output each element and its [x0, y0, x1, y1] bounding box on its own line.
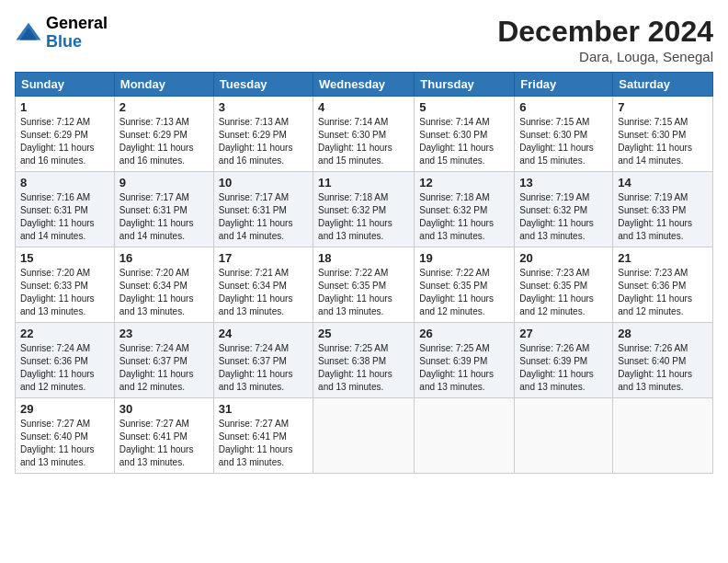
day-number: 6 — [519, 100, 608, 114]
day-number: 27 — [519, 327, 608, 340]
day-info: Sunrise: 7:18 AMSunset: 6:32 PMDaylight:… — [318, 191, 409, 243]
day-number: 12 — [419, 176, 509, 190]
day-number: 30 — [119, 402, 209, 416]
calendar-cell: 17Sunrise: 7:21 AMSunset: 6:34 PMDayligh… — [213, 247, 313, 323]
month-title: December 2024 — [497, 15, 713, 49]
day-info: Sunrise: 7:26 AMSunset: 6:40 PMDaylight:… — [618, 342, 708, 394]
day-info: Sunrise: 7:21 AMSunset: 6:34 PMDaylight:… — [219, 267, 308, 318]
calendar-cell: 2Sunrise: 7:13 AMSunset: 6:29 PMDaylight… — [114, 97, 213, 172]
day-header-tuesday: Tuesday — [213, 73, 313, 97]
title-block: December 2024 Dara, Louga, Senegal — [497, 15, 713, 64]
calendar-cell: 15Sunrise: 7:20 AMSunset: 6:33 PMDayligh… — [16, 247, 115, 323]
day-number: 5 — [419, 100, 509, 114]
day-info: Sunrise: 7:13 AMSunset: 6:29 PMDaylight:… — [119, 116, 209, 167]
day-header-friday: Friday — [515, 73, 613, 97]
day-info: Sunrise: 7:20 AMSunset: 6:33 PMDaylight:… — [20, 267, 109, 318]
calendar-cell: 23Sunrise: 7:24 AMSunset: 6:37 PMDayligh… — [114, 323, 213, 398]
day-info: Sunrise: 7:17 AMSunset: 6:31 PMDaylight:… — [119, 191, 209, 243]
day-number: 16 — [119, 251, 209, 265]
calendar-cell: 6Sunrise: 7:15 AMSunset: 6:30 PMDaylight… — [515, 97, 613, 172]
day-header-sunday: Sunday — [16, 73, 115, 97]
day-info: Sunrise: 7:22 AMSunset: 6:35 PMDaylight:… — [318, 267, 409, 318]
calendar-cell: 4Sunrise: 7:14 AMSunset: 6:30 PMDaylight… — [313, 97, 415, 172]
day-number: 24 — [219, 327, 308, 340]
day-number: 31 — [219, 402, 308, 416]
calendar-cell: 19Sunrise: 7:22 AMSunset: 6:35 PMDayligh… — [415, 247, 515, 323]
calendar-cell: 27Sunrise: 7:26 AMSunset: 6:39 PMDayligh… — [515, 323, 613, 398]
calendar-week-row: 22Sunrise: 7:24 AMSunset: 6:36 PMDayligh… — [16, 323, 713, 398]
day-info: Sunrise: 7:19 AMSunset: 6:32 PMDaylight:… — [519, 191, 608, 243]
day-info: Sunrise: 7:27 AMSunset: 6:40 PMDaylight:… — [20, 418, 109, 469]
calendar-cell: 1Sunrise: 7:12 AMSunset: 6:29 PMDaylight… — [16, 97, 115, 172]
calendar-cell: 29Sunrise: 7:27 AMSunset: 6:40 PMDayligh… — [16, 398, 115, 474]
day-number: 26 — [419, 327, 509, 340]
day-info: Sunrise: 7:14 AMSunset: 6:30 PMDaylight:… — [419, 116, 509, 167]
day-number: 15 — [20, 251, 109, 265]
calendar-cell: 30Sunrise: 7:27 AMSunset: 6:41 PMDayligh… — [114, 398, 213, 474]
day-number: 22 — [20, 327, 109, 340]
day-header-monday: Monday — [114, 73, 213, 97]
logo: General Blue — [15, 15, 108, 52]
logo-text: General Blue — [46, 15, 108, 52]
day-number: 20 — [519, 251, 608, 265]
day-header-thursday: Thursday — [415, 73, 515, 97]
day-number: 23 — [119, 327, 209, 340]
calendar-week-row: 1Sunrise: 7:12 AMSunset: 6:29 PMDaylight… — [16, 97, 713, 172]
day-info: Sunrise: 7:24 AMSunset: 6:36 PMDaylight:… — [20, 342, 109, 394]
calendar-body: 1Sunrise: 7:12 AMSunset: 6:29 PMDaylight… — [16, 97, 713, 474]
day-info: Sunrise: 7:27 AMSunset: 6:41 PMDaylight:… — [119, 418, 209, 469]
calendar-cell: 11Sunrise: 7:18 AMSunset: 6:32 PMDayligh… — [313, 172, 415, 247]
calendar-cell: 28Sunrise: 7:26 AMSunset: 6:40 PMDayligh… — [613, 323, 713, 398]
day-number: 18 — [318, 251, 409, 265]
day-info: Sunrise: 7:26 AMSunset: 6:39 PMDaylight:… — [519, 342, 608, 394]
day-info: Sunrise: 7:25 AMSunset: 6:38 PMDaylight:… — [318, 342, 409, 394]
calendar-cell: 7Sunrise: 7:15 AMSunset: 6:30 PMDaylight… — [613, 97, 713, 172]
calendar-week-row: 29Sunrise: 7:27 AMSunset: 6:40 PMDayligh… — [16, 398, 713, 474]
calendar-cell: 12Sunrise: 7:18 AMSunset: 6:32 PMDayligh… — [415, 172, 515, 247]
day-number: 2 — [119, 100, 209, 114]
calendar-cell: 26Sunrise: 7:25 AMSunset: 6:39 PMDayligh… — [415, 323, 515, 398]
day-info: Sunrise: 7:24 AMSunset: 6:37 PMDaylight:… — [119, 342, 209, 394]
day-number: 14 — [618, 176, 708, 190]
day-info: Sunrise: 7:25 AMSunset: 6:39 PMDaylight:… — [419, 342, 509, 394]
day-number: 17 — [219, 251, 308, 265]
day-number: 11 — [318, 176, 409, 190]
calendar-cell: 14Sunrise: 7:19 AMSunset: 6:33 PMDayligh… — [613, 172, 713, 247]
day-info: Sunrise: 7:17 AMSunset: 6:31 PMDaylight:… — [219, 191, 308, 243]
calendar-week-row: 8Sunrise: 7:16 AMSunset: 6:31 PMDaylight… — [16, 172, 713, 247]
day-number: 13 — [519, 176, 608, 190]
day-number: 4 — [318, 100, 409, 114]
day-info: Sunrise: 7:18 AMSunset: 6:32 PMDaylight:… — [419, 191, 509, 243]
day-number: 28 — [618, 327, 708, 340]
calendar-cell: 9Sunrise: 7:17 AMSunset: 6:31 PMDaylight… — [114, 172, 213, 247]
day-number: 19 — [419, 251, 509, 265]
calendar-header-row: SundayMondayTuesdayWednesdayThursdayFrid… — [16, 73, 713, 97]
day-number: 7 — [618, 100, 708, 114]
calendar-cell — [613, 398, 713, 474]
day-info: Sunrise: 7:16 AMSunset: 6:31 PMDaylight:… — [20, 191, 109, 243]
calendar-cell: 22Sunrise: 7:24 AMSunset: 6:36 PMDayligh… — [16, 323, 115, 398]
day-info: Sunrise: 7:22 AMSunset: 6:35 PMDaylight:… — [419, 267, 509, 318]
day-info: Sunrise: 7:14 AMSunset: 6:30 PMDaylight:… — [318, 116, 409, 167]
calendar-cell: 31Sunrise: 7:27 AMSunset: 6:41 PMDayligh… — [213, 398, 313, 474]
calendar-cell: 20Sunrise: 7:23 AMSunset: 6:35 PMDayligh… — [515, 247, 613, 323]
page-header: General Blue December 2024 Dara, Louga, … — [15, 15, 713, 64]
calendar-cell — [515, 398, 613, 474]
day-info: Sunrise: 7:19 AMSunset: 6:33 PMDaylight:… — [618, 191, 708, 243]
calendar-cell: 3Sunrise: 7:13 AMSunset: 6:29 PMDaylight… — [213, 97, 313, 172]
calendar-cell: 5Sunrise: 7:14 AMSunset: 6:30 PMDaylight… — [415, 97, 515, 172]
day-number: 25 — [318, 327, 409, 340]
day-header-wednesday: Wednesday — [313, 73, 415, 97]
day-info: Sunrise: 7:23 AMSunset: 6:36 PMDaylight:… — [618, 267, 708, 318]
calendar-cell — [415, 398, 515, 474]
calendar-cell: 24Sunrise: 7:24 AMSunset: 6:37 PMDayligh… — [213, 323, 313, 398]
day-info: Sunrise: 7:23 AMSunset: 6:35 PMDaylight:… — [519, 267, 608, 318]
calendar-cell — [313, 398, 415, 474]
day-number: 10 — [219, 176, 308, 190]
day-number: 29 — [20, 402, 109, 416]
location: Dara, Louga, Senegal — [497, 49, 713, 64]
day-number: 21 — [618, 251, 708, 265]
logo-icon — [15, 19, 42, 47]
calendar-cell: 18Sunrise: 7:22 AMSunset: 6:35 PMDayligh… — [313, 247, 415, 323]
day-info: Sunrise: 7:24 AMSunset: 6:37 PMDaylight:… — [219, 342, 308, 394]
